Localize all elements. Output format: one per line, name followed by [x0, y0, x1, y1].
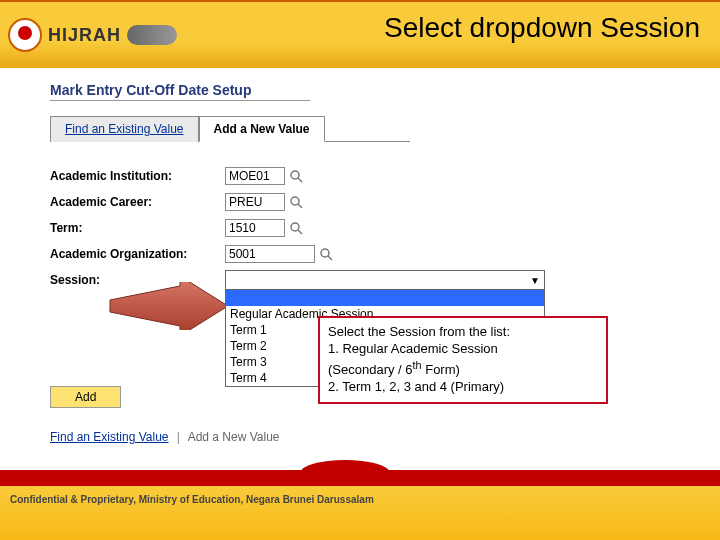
input-term[interactable]: [225, 219, 285, 237]
link-separator: |: [172, 430, 185, 444]
brand-logo: HIJRAH: [8, 18, 177, 52]
footer: Confidential & Proprietary, Ministry of …: [0, 470, 720, 540]
lookup-icon[interactable]: [288, 220, 304, 236]
row-term: Term:: [50, 216, 670, 240]
callout-line: 1. Regular Academic Session: [328, 341, 598, 358]
input-career[interactable]: [225, 193, 285, 211]
tabs: Find an Existing Value Add a New Value: [50, 115, 410, 142]
input-org[interactable]: [225, 245, 315, 263]
brand-name: HIJRAH: [48, 25, 121, 46]
callout-line: Select the Session from the list:: [328, 324, 598, 341]
row-career: Academic Career:: [50, 190, 670, 214]
label-session: Session:: [50, 273, 225, 287]
tab-find-existing[interactable]: Find an Existing Value: [50, 116, 199, 142]
session-option-blank[interactable]: [226, 290, 544, 306]
row-org: Academic Organization:: [50, 242, 670, 266]
session-dropdown[interactable]: ▼ Regular Academic Session Term 1 Term 2…: [225, 270, 545, 290]
link-find-existing[interactable]: Find an Existing Value: [50, 430, 169, 444]
brand-swoosh: [127, 25, 177, 45]
link-add-new: Add a New Value: [188, 430, 280, 444]
callout-line: 2. Term 1, 2, 3 and 4 (Primary): [328, 379, 598, 396]
header-band: HIJRAH Select dropdown Session: [0, 0, 720, 68]
row-session: Session: ▼ Regular Academic Session Term…: [50, 268, 670, 292]
page-title: Mark Entry Cut-Off Date Setup: [50, 82, 670, 98]
slide-title: Select dropdown Session: [384, 12, 700, 44]
label-term: Term:: [50, 221, 225, 235]
lookup-icon[interactable]: [288, 194, 304, 210]
chevron-down-icon: ▼: [530, 275, 540, 286]
svg-line-1: [298, 178, 302, 182]
callout-line: (Secondary / 6th Form): [328, 358, 598, 379]
lookup-icon[interactable]: [318, 246, 334, 262]
input-institution[interactable]: [225, 167, 285, 185]
lookup-icon[interactable]: [288, 168, 304, 184]
add-button[interactable]: Add: [50, 386, 121, 408]
label-institution: Academic Institution:: [50, 169, 225, 183]
footer-text: Confidential & Proprietary, Ministry of …: [0, 486, 720, 540]
session-dropdown-box[interactable]: ▼: [225, 270, 545, 290]
callout-instruction: Select the Session from the list: 1. Reg…: [318, 316, 608, 404]
svg-line-5: [298, 230, 302, 234]
svg-line-7: [328, 256, 332, 260]
title-underline: [50, 100, 310, 101]
crest-icon: [8, 18, 42, 52]
footer-red-band: [0, 470, 720, 486]
bottom-links: Find an Existing Value | Add a New Value: [50, 430, 280, 444]
svg-point-6: [321, 249, 329, 257]
svg-line-3: [298, 204, 302, 208]
svg-point-4: [291, 223, 299, 231]
label-career: Academic Career:: [50, 195, 225, 209]
svg-point-0: [291, 171, 299, 179]
tab-add-new[interactable]: Add a New Value: [199, 116, 325, 142]
label-org: Academic Organization:: [50, 247, 225, 261]
row-institution: Academic Institution:: [50, 164, 670, 188]
svg-point-2: [291, 197, 299, 205]
